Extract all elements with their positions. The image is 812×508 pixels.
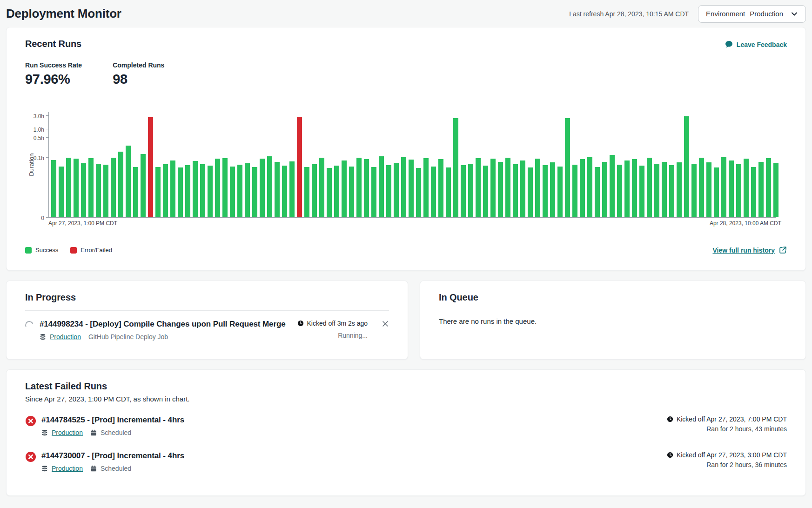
run-bar-success[interactable] [230, 167, 235, 217]
run-bar-success[interactable] [260, 159, 265, 217]
run-bar-success[interactable] [654, 164, 659, 217]
run-bar-success[interactable] [751, 167, 756, 217]
run-bar-success[interactable] [587, 157, 592, 217]
run-bar-success[interactable] [185, 165, 190, 217]
environment-link[interactable]: Production [50, 333, 81, 341]
run-bar-success[interactable] [118, 152, 123, 217]
run-bar-success[interactable] [669, 165, 674, 217]
run-bar-success[interactable] [483, 166, 488, 217]
run-bar-success[interactable] [379, 156, 384, 217]
run-bar-success[interactable] [267, 156, 272, 217]
run-bar-success[interactable] [617, 165, 622, 217]
run-bar-success[interactable] [572, 165, 577, 217]
run-bar-success[interactable] [103, 165, 108, 217]
run-bar-success[interactable] [96, 164, 101, 217]
run-bar-success[interactable] [126, 146, 131, 217]
run-bar-success[interactable] [163, 164, 168, 217]
run-bar-success[interactable] [565, 118, 570, 217]
run-bar-success[interactable] [252, 167, 257, 217]
run-bar-success[interactable] [409, 160, 414, 217]
run-bar-success[interactable] [312, 164, 317, 217]
run-bar-success[interactable] [684, 116, 689, 217]
run-bar-success[interactable] [721, 157, 726, 217]
run-bar-success[interactable] [647, 158, 652, 217]
run-bar-success[interactable] [289, 161, 295, 217]
run-bar-success[interactable] [111, 158, 116, 217]
run-bar-success[interactable] [520, 160, 525, 217]
run-bar-success[interactable] [438, 159, 443, 217]
run-bar-success[interactable] [141, 154, 146, 217]
run-bar-success[interactable] [639, 166, 644, 217]
environment-link[interactable]: Production [52, 465, 83, 472]
run-bar-success[interactable] [758, 162, 764, 217]
run-bar-success[interactable] [133, 167, 138, 217]
run-bar-success[interactable] [677, 162, 682, 217]
run-bar-failed[interactable] [148, 117, 153, 217]
run-bar-success[interactable] [304, 167, 309, 217]
environment-link[interactable]: Production [52, 429, 83, 436]
run-bar-success[interactable] [461, 165, 466, 217]
run-bar-success[interactable] [513, 164, 518, 217]
run-bar-success[interactable] [208, 166, 213, 217]
run-bar-success[interactable] [505, 158, 510, 217]
run-bar-success[interactable] [714, 167, 719, 217]
run-bar-success[interactable] [178, 167, 183, 217]
run-bar-success[interactable] [193, 161, 198, 217]
run-bar-success[interactable] [170, 160, 175, 217]
run-bar-success[interactable] [736, 164, 741, 217]
run-bar-success[interactable] [342, 160, 347, 217]
run-bar-success[interactable] [691, 164, 697, 217]
run-bar-success[interactable] [237, 165, 242, 217]
run-bar-success[interactable] [699, 158, 704, 217]
run-bar-success[interactable] [222, 158, 228, 217]
run-bar-success[interactable] [580, 159, 585, 217]
run-bar-success[interactable] [744, 159, 749, 217]
leave-feedback-button[interactable]: Leave Feedback [725, 40, 787, 48]
run-bar-success[interactable] [632, 159, 637, 217]
run-bar-success[interactable] [59, 167, 64, 217]
run-bar-success[interactable] [624, 160, 630, 217]
run-bar-success[interactable] [334, 166, 339, 217]
run-bar-success[interactable] [446, 167, 451, 217]
run-bar-success[interactable] [51, 160, 56, 217]
run-bar-success[interactable] [81, 163, 86, 217]
run-bar-success[interactable] [364, 159, 369, 217]
run-bar-success[interactable] [528, 167, 533, 217]
run-bar-success[interactable] [394, 163, 399, 217]
run-bar-success[interactable] [327, 168, 332, 217]
run-bar-success[interactable] [371, 167, 376, 217]
run-bar-success[interactable] [773, 163, 778, 217]
run-bar-success[interactable] [200, 164, 205, 217]
run-bar-success[interactable] [766, 158, 771, 217]
run-bar-success[interactable] [88, 158, 94, 217]
run-bar-success[interactable] [386, 165, 391, 217]
run-bar-success[interactable] [662, 162, 667, 217]
environment-dropdown[interactable]: Environment Production [698, 5, 806, 23]
run-bar-success[interactable] [610, 155, 615, 217]
run-bar-success[interactable] [729, 160, 734, 217]
run-bar-success[interactable] [215, 159, 220, 217]
run-bar-success[interactable] [74, 159, 79, 217]
run-bar-success[interactable] [319, 158, 324, 217]
run-bar-success[interactable] [349, 167, 354, 217]
run-bar-success[interactable] [282, 166, 287, 217]
run-bar-success[interactable] [155, 167, 161, 217]
run-bar-success[interactable] [498, 162, 503, 217]
run-bar-success[interactable] [401, 157, 406, 217]
run-bar-success[interactable] [245, 163, 250, 217]
run-bar-success[interactable] [490, 159, 496, 217]
run-bar-failed[interactable] [297, 117, 302, 217]
run-bar-success[interactable] [543, 165, 548, 217]
view-full-run-history-link[interactable]: View full run history [712, 246, 787, 254]
run-bar-success[interactable] [595, 167, 600, 217]
run-bar-success[interactable] [356, 158, 362, 217]
run-bar-success[interactable] [550, 162, 555, 217]
run-bar-success[interactable] [416, 168, 421, 217]
run-bar-success[interactable] [66, 158, 71, 217]
run-bar-success[interactable] [468, 164, 473, 217]
close-icon[interactable] [382, 320, 389, 328]
run-bar-success[interactable] [476, 158, 481, 217]
run-bar-success[interactable] [706, 162, 711, 217]
run-bar-success[interactable] [557, 167, 563, 217]
run-bar-success[interactable] [423, 158, 429, 217]
